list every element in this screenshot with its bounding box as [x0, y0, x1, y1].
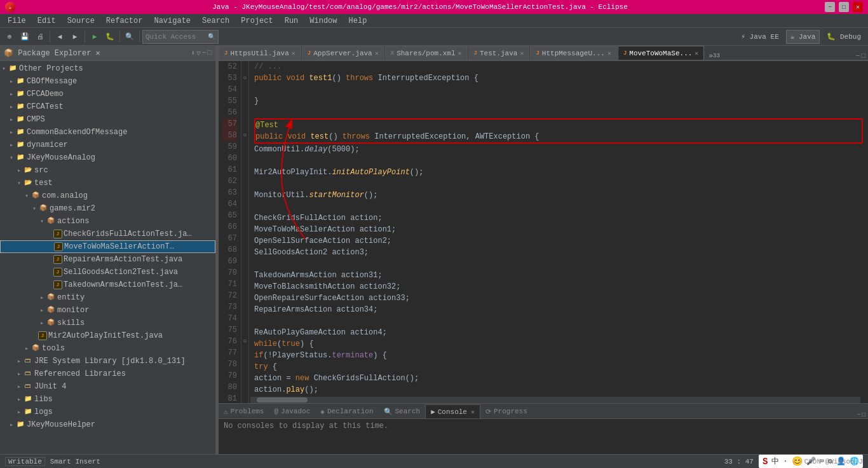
tree-item-logs[interactable]: ▸ 📁 logs	[0, 406, 215, 418]
menu-file[interactable]: File	[3, 15, 31, 27]
tab-sharespom[interactable]: X Shares/pom.xml ✕	[385, 46, 468, 60]
minimize-button[interactable]: −	[825, 2, 835, 12]
tree-item-movetowoma[interactable]: J MoveToWoMaSellerActionT…	[0, 240, 215, 253]
arrow-src[interactable]: ▸	[15, 167, 23, 174]
tree-item-reflibs[interactable]: ▸ 🗃 Referenced Libraries	[0, 368, 215, 380]
back-button[interactable]: ◀	[53, 30, 67, 44]
bottom-tab-problems[interactable]: ⚠ Problems	[219, 404, 269, 418]
tab-close-testjava[interactable]: ✕	[520, 50, 524, 57]
menu-refactor[interactable]: Refactor	[101, 15, 148, 27]
tree-item-src[interactable]: ▸ 📂 src	[0, 164, 215, 177]
bottom-tab-console[interactable]: ▶ Console ✕	[425, 404, 480, 418]
horizontal-scrollbar[interactable]	[250, 397, 860, 403]
run-button[interactable]: ▶	[88, 30, 102, 44]
arrow-cmps[interactable]: ▸	[8, 116, 15, 123]
arrow-test[interactable]: ▾	[15, 179, 23, 187]
tree-item-comanalog[interactable]: ▾ 📦 com.analog	[0, 189, 215, 202]
arrow-entity[interactable]: ▸	[38, 294, 46, 301]
arrow-jkeymouseanalog[interactable]: ▾	[8, 154, 15, 162]
code-editor[interactable]: 52 53 54 55 56 57 58 59 60 61 62 63 64 6…	[219, 61, 868, 403]
arrow-jresyslib[interactable]: ▸	[15, 357, 23, 365]
arrow-comanalog[interactable]: ▾	[23, 192, 31, 200]
arrow-cbofmessage[interactable]: ▸	[8, 78, 15, 85]
tree-item-libs[interactable]: ▸ 📁 libs	[0, 393, 215, 406]
arrow-other-projects[interactable]: ▾	[0, 65, 8, 72]
bottom-panel-minimize[interactable]: −	[857, 411, 860, 418]
pe-menu-icon[interactable]: ▽	[196, 49, 201, 57]
source-code[interactable]: // ... public void test1() throws Interr…	[249, 61, 868, 403]
editor-maximize-icon[interactable]: □	[861, 52, 865, 60]
tree-item-commonbackend[interactable]: ▸ 📁 CommonBackendOfMessage	[0, 126, 215, 139]
arrow-skills[interactable]: ▸	[38, 319, 46, 327]
arrow-monitor[interactable]: ▸	[38, 306, 46, 314]
tab-testjava[interactable]: J Test.java ✕	[468, 46, 530, 60]
tab-movetowoma[interactable]: J MoveToWoMaSe... ✕	[618, 46, 704, 60]
tree-item-mir2autoplay[interactable]: J Mir2AutoPlayInitTest.java	[0, 329, 215, 342]
tab-close-httpsutil[interactable]: ✕	[292, 50, 295, 57]
print-button[interactable]: 🖨	[33, 30, 47, 44]
tree-item-dynamicer[interactable]: ▸ 📁 dynamicer	[0, 139, 215, 151]
close-button[interactable]: ✕	[853, 2, 863, 12]
pe-min-icon[interactable]: −	[202, 49, 207, 57]
arrow-gamesmr2[interactable]: ▾	[31, 205, 38, 212]
bottom-panel-maximize[interactable]: □	[862, 411, 865, 418]
menu-source[interactable]: Source	[62, 15, 100, 27]
tree-item-entity[interactable]: ▸ 📦 entity	[0, 291, 215, 304]
pe-max-icon[interactable]: □	[207, 49, 212, 57]
perspective-java[interactable]: ☕ Java	[786, 30, 820, 44]
tab-httpmessage[interactable]: J HttpMessageU... ✕	[530, 46, 616, 60]
tree-item-cfcatest[interactable]: ▸ 📁 CFCATest	[0, 100, 215, 113]
debug-button[interactable]: 🐛	[103, 30, 117, 44]
save-button[interactable]: 💾	[18, 30, 32, 44]
arrow-libs[interactable]: ▸	[15, 396, 23, 403]
arrow-junit4[interactable]: ▸	[15, 383, 23, 390]
bottom-tab-javadoc[interactable]: @ Javadoc	[269, 404, 315, 418]
tab-httpsutil[interactable]: J HttpsUtil.java ✕	[219, 46, 301, 60]
tree-item-other-projects[interactable]: ▾ 📁 Other Projects	[0, 62, 215, 75]
menu-search[interactable]: Search	[197, 15, 234, 27]
tab-close-movetowoma[interactable]: ✕	[695, 50, 698, 57]
tree-item-checkgridsfull[interactable]: J CheckGridsFullActionTest.ja…	[0, 228, 215, 240]
menu-window[interactable]: Window	[304, 15, 342, 27]
quick-access-input[interactable]: Quick Access 🔍	[142, 30, 219, 44]
tree-item-cbofmessage[interactable]: ▸ 📁 CBOfMessage	[0, 75, 215, 88]
arrow-cfcademo[interactable]: ▸	[8, 90, 15, 98]
tab-appserver[interactable]: J AppServer.java ✕	[302, 46, 384, 60]
tabs-overflow-button[interactable]: »33	[705, 52, 723, 60]
arrow-cfcatest[interactable]: ▸	[8, 103, 15, 111]
menu-run[interactable]: Run	[280, 15, 304, 27]
search-button[interactable]: 🔍	[123, 30, 137, 44]
tree-item-cfcademo[interactable]: ▸ 📁 CFCADemo	[0, 88, 215, 100]
arrow-logs[interactable]: ▸	[15, 408, 23, 416]
new-button[interactable]: ⊕	[3, 30, 17, 44]
bottom-tab-declaration[interactable]: ◈ Declaration	[315, 404, 378, 418]
arrow-actions[interactable]: ▾	[38, 217, 46, 225]
arrow-dynamicer[interactable]: ▸	[8, 141, 15, 149]
editor-minimize-icon[interactable]: −	[856, 52, 860, 60]
pe-collapse-icon[interactable]: ⬇	[191, 49, 196, 57]
console-close[interactable]: ✕	[471, 408, 475, 416]
tab-close-sharespom[interactable]: ✕	[458, 50, 462, 57]
bottom-tab-progress[interactable]: ⟳ Progress	[480, 404, 532, 418]
tree-item-sellgoods2[interactable]: J SellGoodsAction2Test.java	[0, 266, 215, 279]
tree-item-tools[interactable]: ▸ 📦 tools	[0, 342, 215, 355]
tree-item-monitor[interactable]: ▸ 📦 monitor	[0, 304, 215, 317]
menu-navigate[interactable]: Navigate	[149, 15, 196, 27]
tree-item-repairearms[interactable]: J RepaireArmsActionTest.java	[0, 253, 215, 266]
tree-item-jkeymouseanalog[interactable]: ▾ 📁 JKeyMouseAnalog	[0, 151, 215, 164]
tab-close-httpmessage[interactable]: ✕	[607, 50, 611, 57]
arrow-reflibs[interactable]: ▸	[15, 370, 23, 378]
perspective-javaee[interactable]: ⚡ Java EE	[736, 30, 783, 44]
tree-item-gamesmr2[interactable]: ▾ 📦 games.mir2	[0, 202, 215, 215]
menu-edit[interactable]: Edit	[32, 15, 61, 27]
tree-item-takedownarms[interactable]: J TakedownArmsActionTest.ja…	[0, 279, 215, 291]
arrow-tools[interactable]: ▸	[23, 345, 31, 352]
menu-project[interactable]: Project	[236, 15, 278, 27]
bottom-tab-search[interactable]: 🔍 Search	[379, 404, 426, 418]
tab-close-appserver[interactable]: ✕	[375, 50, 379, 57]
arrow-jkeymousehelper[interactable]: ▸	[8, 421, 15, 429]
tree-item-cmps[interactable]: ▸ 📁 CMPS	[0, 113, 215, 126]
tree-item-jkeymousehelper[interactable]: ▸ 📁 JKeyMouseHelper	[0, 418, 215, 431]
tree-item-skills[interactable]: ▸ 📦 skills	[0, 317, 215, 329]
tree-item-actions[interactable]: ▾ 📦 actions	[0, 215, 215, 228]
